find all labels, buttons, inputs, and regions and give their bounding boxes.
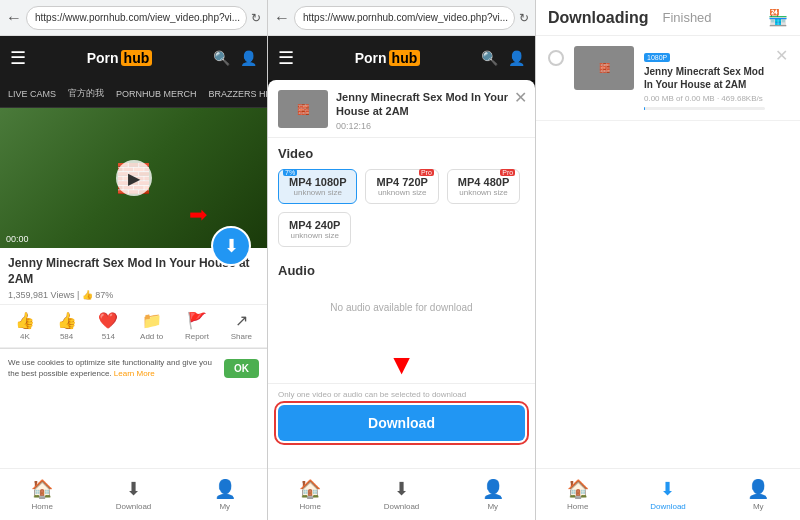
video-section-title-2: Video (268, 138, 535, 165)
nav-download-1[interactable]: ⬇ Download (116, 478, 152, 511)
download-label-2: Download (384, 502, 420, 511)
dl-radio-1[interactable] (548, 50, 564, 66)
home-label-3: Home (567, 502, 588, 511)
pro-badge-480: Pro (500, 169, 515, 176)
search-icon-1[interactable]: 🔍 (213, 50, 230, 66)
modal-duration-2: 00:12:16 (336, 121, 525, 131)
opt-720p-size: unknown size (376, 188, 427, 197)
nav-home-2[interactable]: 🏠 Home (299, 478, 321, 511)
opt-480p[interactable]: Pro MP4 480P unknown size (447, 169, 520, 204)
modal-note-2: Only one video or audio can be selected … (278, 390, 525, 399)
modal-2: 🧱 Jenny Minecraft Sex Mod In Your House … (268, 80, 535, 468)
finished-label[interactable]: Finished (662, 10, 711, 25)
download-icon-1: ⬇ (126, 478, 141, 500)
url-bar-1[interactable]: https://www.pornhub.com/view_video.php?v… (26, 6, 247, 30)
store-icon[interactable]: 🏪 (768, 8, 788, 27)
dl-title-1: Jenny Minecraft Sex Mod In Your House at… (644, 65, 765, 91)
logo-hub-2: hub (389, 50, 421, 66)
modal-close-btn-2[interactable]: ✕ (514, 88, 527, 107)
action-count-1[interactable]: 👍 584 (57, 311, 77, 341)
browser-bar-1: ← https://www.pornhub.com/view_video.php… (0, 0, 267, 36)
my-label-3: My (753, 502, 764, 511)
menu-icon-1[interactable]: ☰ (10, 47, 26, 69)
bottom-nav-3: 🏠 Home ⬇ Download 👤 My (536, 468, 800, 520)
url-text-1: https://www.pornhub.com/view_video.php?v… (35, 12, 240, 23)
thumbsup-icon-1: 👍 (15, 311, 35, 330)
downloading-title: Downloading (548, 9, 648, 27)
action-report-1[interactable]: 🚩 Report (185, 311, 209, 341)
download-icon-2: ⬇ (394, 478, 409, 500)
opt-480p-size: unknown size (458, 188, 509, 197)
action-fav-1[interactable]: ❤️ 514 (98, 311, 118, 341)
nav-download-3[interactable]: ⬇ Download (650, 478, 686, 511)
nav-official[interactable]: 官方的我 (68, 87, 104, 100)
nav-brazzers[interactable]: BRAZZERS HD (209, 89, 267, 99)
modal-overlay-2: 🧱 Jenny Minecraft Sex Mod In Your House … (268, 80, 535, 468)
pro-badge-720: Pro (419, 169, 434, 176)
back-button-1[interactable]: ← (6, 9, 22, 27)
download-icon-3: ⬇ (660, 478, 675, 500)
like-pct-1: 87% (95, 290, 113, 300)
url-text-2: https://www.pornhub.com/view_video.php?v… (303, 12, 508, 23)
ph-logo-2: Porn hub (355, 50, 421, 66)
download-button-2[interactable]: Download (278, 405, 525, 441)
add-label-1: Add to (140, 332, 163, 341)
dl-thumb-char-1: 🧱 (599, 63, 610, 73)
action-like-1[interactable]: 👍 4K (15, 311, 35, 341)
play-button-1[interactable]: ▶ (116, 160, 152, 196)
dl-close-btn-1[interactable]: ✕ (775, 46, 788, 65)
video-time-1: 00:00 (6, 234, 29, 244)
video-player-1[interactable]: 🧱 ▶ 00:00 ➡ ⬇ (0, 108, 267, 248)
my-icon-3: 👤 (747, 478, 769, 500)
ph-header-2: ☰ Porn hub 🔍 👤 (268, 36, 535, 80)
nav-home-3[interactable]: 🏠 Home (567, 478, 589, 511)
refresh-icon-2[interactable]: ↻ (519, 11, 529, 25)
opt-480p-format: MP4 480P (458, 176, 509, 188)
bottom-nav-1: 🏠 Home ⬇ Download 👤 My (0, 468, 267, 520)
url-bar-2[interactable]: https://www.pornhub.com/view_video.php?v… (294, 6, 515, 30)
share-icon-1: ↗ (235, 311, 248, 330)
audio-section-2: No audio available for download (268, 282, 535, 351)
download-item-1: 🧱 1080P Jenny Minecraft Sex Mod In Your … (536, 36, 800, 121)
arrow-indicator-1: ➡ (189, 202, 207, 228)
refresh-icon-1[interactable]: ↻ (251, 11, 261, 25)
download-circle-btn-1[interactable]: ⬇ (211, 226, 251, 266)
nav-home-1[interactable]: 🏠 Home (31, 478, 53, 511)
browser-bar-2: ← https://www.pornhub.com/view_video.php… (268, 0, 535, 36)
learn-more-link-1[interactable]: Learn More (114, 369, 155, 378)
nav-my-2[interactable]: 👤 My (482, 478, 504, 511)
action-add-1[interactable]: 📁 Add to (140, 311, 163, 341)
opt-1080p[interactable]: MP4 1080P unknown size (278, 169, 357, 204)
nav-download-2[interactable]: ⬇ Download (384, 478, 420, 511)
cookie-msg-1: We use cookies to optimize site function… (8, 358, 212, 378)
dl-badge-1: 1080P (644, 53, 670, 62)
logo-porn-2: Porn (355, 50, 387, 66)
nav-merch[interactable]: PORNHUB MERCH (116, 89, 197, 99)
nav-live-cams[interactable]: LIVE CAMS (8, 89, 56, 99)
account-icon-1[interactable]: 👤 (240, 50, 257, 66)
action-bar-1: 👍 4K 👍 584 ❤️ 514 📁 Add to 🚩 Report ↗ Sh… (0, 305, 267, 348)
menu-icon-2[interactable]: ☰ (278, 47, 294, 69)
nav-my-1[interactable]: 👤 My (214, 478, 236, 511)
logo-hub-1: hub (121, 50, 153, 66)
view-count-1: 1,359,981 Views (8, 290, 74, 300)
cookie-ok-btn-1[interactable]: OK (224, 359, 259, 378)
fav-count-1: 514 (102, 332, 115, 341)
opt-240p-size: unknown size (289, 231, 340, 240)
cookie-banner-1: We use cookies to optimize site function… (0, 348, 267, 387)
my-icon-2: 👤 (482, 478, 504, 500)
opt-240p[interactable]: MP4 240P unknown size (278, 212, 351, 247)
bottom-nav-2: 🏠 Home ⬇ Download 👤 My (268, 468, 535, 520)
ph-nav-1: LIVE CAMS 官方的我 PORNHUB MERCH BRAZZERS HD (0, 80, 267, 108)
account-icon-2[interactable]: 👤 (508, 50, 525, 66)
search-icon-2[interactable]: 🔍 (481, 50, 498, 66)
dl-progress-text-1: 0.00 MB of 0.00 MB · 469.68KB/s (644, 94, 765, 103)
action-share-1[interactable]: ↗ Share (231, 311, 252, 341)
nav-my-3[interactable]: 👤 My (747, 478, 769, 511)
video-stats-1: 1,359,981 Views | 👍 87% (8, 290, 259, 300)
back-button-2[interactable]: ← (274, 9, 290, 27)
home-icon-3: 🏠 (567, 478, 589, 500)
opt-720p[interactable]: Pro MP4 720P unknown size (365, 169, 438, 204)
share-label-1: Share (231, 332, 252, 341)
logo-porn-1: Porn (87, 50, 119, 66)
